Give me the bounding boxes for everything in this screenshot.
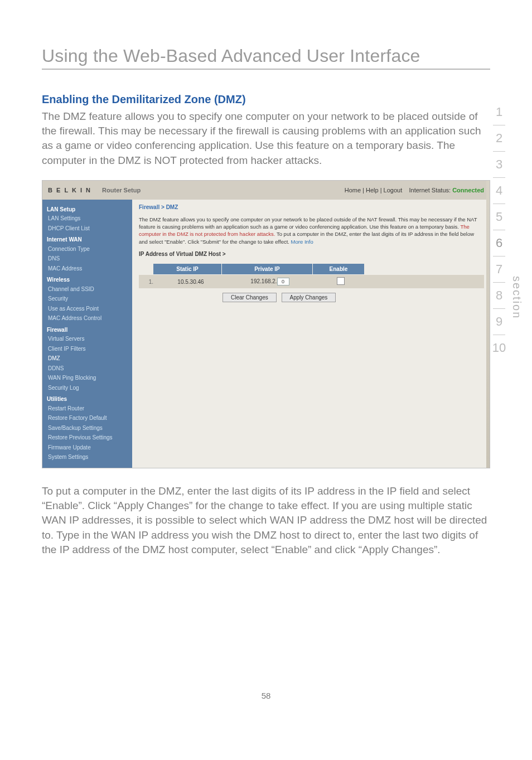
col-static-ip: Static IP bbox=[153, 264, 222, 274]
rail-4: 4 bbox=[490, 178, 509, 204]
sidebar-item[interactable]: LAN Settings bbox=[47, 214, 128, 224]
sidebar-group: LAN Setup bbox=[47, 205, 128, 214]
section-word: section bbox=[510, 276, 523, 319]
sidebar-item[interactable]: Restart Router bbox=[47, 404, 128, 414]
dmz-description: The DMZ feature allows you to specify on… bbox=[139, 216, 484, 245]
rail-9: 9 bbox=[490, 309, 509, 335]
table-caption: IP Address of Virtual DMZ Host > bbox=[139, 251, 484, 257]
enable-checkbox[interactable] bbox=[337, 277, 345, 285]
private-ip-cell: 192.168.2.0 bbox=[225, 275, 315, 288]
private-ip-prefix: 192.168.2. bbox=[250, 278, 277, 284]
router-screenshot: B E L K I N Router Setup Home | Help | L… bbox=[42, 180, 490, 468]
sidebar-item[interactable]: System Settings bbox=[47, 452, 128, 462]
intro-paragraph: The DMZ feature allows you to specify on… bbox=[42, 109, 490, 168]
rail-2: 2 bbox=[490, 125, 509, 151]
rail-8: 8 bbox=[490, 283, 509, 308]
sidebar-item[interactable]: DHCP Client List bbox=[47, 224, 128, 234]
clear-changes-button[interactable]: Clear Changes bbox=[223, 293, 277, 302]
apply-changes-button[interactable]: Apply Changes bbox=[282, 293, 336, 302]
sidebar-item[interactable]: DNS bbox=[47, 254, 128, 264]
more-info-link[interactable]: More Info bbox=[291, 239, 313, 245]
router-content: Firewall > DMZ The DMZ feature allows yo… bbox=[132, 200, 490, 468]
sidebar-item[interactable]: DDNS bbox=[47, 364, 128, 374]
row-index: 1. bbox=[139, 279, 157, 285]
sidebar-item[interactable]: Firmware Update bbox=[47, 443, 128, 453]
page-title: Using the Web-Based Advanced User Interf… bbox=[42, 46, 490, 66]
router-setup-label: Router Setup bbox=[102, 187, 141, 193]
static-ip-value: 10.5.30.46 bbox=[157, 277, 225, 287]
sidebar-item[interactable]: Channel and SSID bbox=[47, 284, 128, 294]
sidebar-group: Internet WAN bbox=[47, 235, 128, 244]
section-heading: Enabling the Demilitarized Zone (DMZ) bbox=[42, 93, 490, 106]
rail-1: 1 bbox=[490, 99, 509, 125]
sidebar-item[interactable]: Virtual Servers bbox=[47, 334, 128, 344]
status-label: Internet Status: bbox=[409, 187, 451, 193]
divider bbox=[42, 69, 490, 70]
rail-5: 5 bbox=[490, 204, 509, 230]
rail-7: 7 bbox=[490, 256, 509, 282]
sidebar-item[interactable]: MAC Address bbox=[47, 264, 128, 274]
dmz-table-header: Static IP Private IP Enable bbox=[139, 264, 484, 274]
sidebar-item[interactable]: Connection Type bbox=[47, 244, 128, 254]
sidebar-item[interactable]: Security Log bbox=[47, 383, 128, 393]
dmz-table-row: 1. 10.5.30.46 192.168.2.0 bbox=[139, 274, 484, 288]
rail-6: 6 bbox=[490, 230, 509, 256]
sidebar-item[interactable]: WAN Ping Blocking bbox=[47, 373, 128, 383]
sidebar-item[interactable]: Restore Factory Default bbox=[47, 413, 128, 423]
brand-logo: B E L K I N bbox=[48, 187, 91, 193]
breadcrumb: Firewall > DMZ bbox=[139, 204, 484, 210]
sidebar-group: Wireless bbox=[47, 275, 128, 284]
router-sidebar: LAN Setup LAN Settings DHCP Client List … bbox=[42, 200, 132, 468]
sidebar-item[interactable]: Security bbox=[47, 294, 128, 304]
col-enable: Enable bbox=[313, 264, 365, 274]
sidebar-item[interactable]: Client IP Filters bbox=[47, 344, 128, 354]
topbar-links[interactable]: Home | Help | Logout bbox=[345, 187, 403, 193]
rail-10: 10 bbox=[490, 335, 509, 361]
after-paragraph: To put a computer in the DMZ, enter the … bbox=[42, 484, 490, 557]
desc-text: The DMZ feature allows you to specify on… bbox=[139, 216, 477, 230]
sidebar-group: Utilities bbox=[47, 395, 128, 404]
col-private-ip: Private IP bbox=[222, 264, 313, 274]
private-ip-input[interactable]: 0 bbox=[277, 278, 289, 285]
router-topbar: B E L K I N Router Setup Home | Help | L… bbox=[42, 181, 490, 200]
sidebar-item[interactable]: Restore Previous Settings bbox=[47, 433, 128, 443]
section-rail: 1 2 3 4 5 6 7 8 9 10 bbox=[490, 99, 509, 361]
sidebar-item[interactable]: MAC Address Control bbox=[47, 313, 128, 323]
sidebar-item[interactable]: Use as Access Point bbox=[47, 304, 128, 314]
sidebar-group: Firewall bbox=[47, 326, 128, 335]
page-number: 58 bbox=[42, 691, 490, 700]
rail-3: 3 bbox=[490, 152, 509, 177]
sidebar-item[interactable]: Save/Backup Settings bbox=[47, 423, 128, 433]
sidebar-item-dmz[interactable]: DMZ bbox=[47, 354, 128, 364]
status-value: Connected bbox=[452, 187, 484, 193]
